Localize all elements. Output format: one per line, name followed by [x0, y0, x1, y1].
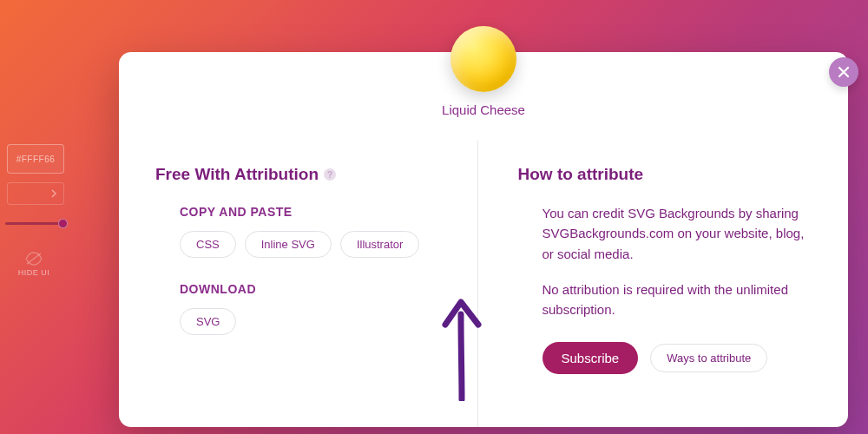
attribution-text-2: No attribution is required with the unli… [518, 279, 809, 320]
attribution-column: How to attribute You can credit SVG Back… [478, 141, 849, 427]
download-svg-button[interactable]: SVG [180, 308, 236, 335]
help-icon[interactable]: ? [324, 168, 336, 181]
close-icon [838, 66, 850, 78]
pattern-title: Liquid Cheese [119, 102, 848, 117]
ways-to-attribute-button[interactable]: Ways to attribute [650, 344, 767, 372]
copy-inline-svg-button[interactable]: Inline SVG [245, 231, 332, 258]
numeric-stepper[interactable] [7, 182, 64, 205]
slider[interactable] [5, 217, 66, 229]
pattern-thumbnail [450, 26, 516, 92]
app-background: #FFFF66 HIDE UI Liquid Cheese Free Wi [0, 0, 868, 434]
close-button[interactable] [829, 57, 858, 87]
how-to-attribute-heading: How to attribute [518, 165, 644, 184]
hide-ui-label: HIDE UI [18, 268, 50, 277]
copy-illustrator-button[interactable]: Illustrator [340, 231, 419, 258]
copy-paste-label: COPY AND PASTE [155, 205, 446, 219]
hide-ui-button[interactable]: HIDE UI [12, 252, 56, 277]
free-attribution-heading: Free With Attribution [155, 165, 319, 184]
color-value-chip[interactable]: #FFFF66 [7, 144, 64, 174]
export-options-column: Free With Attribution ? COPY AND PASTE C… [119, 141, 478, 427]
download-label: DOWNLOAD [155, 282, 446, 296]
attribution-text-1: You can credit SVG Backgrounds by sharin… [518, 203, 809, 264]
left-control-panel: #FFFF66 HIDE UI [0, 139, 73, 330]
export-modal: Liquid Cheese Free With Attribution ? CO… [119, 52, 848, 427]
copy-css-button[interactable]: CSS [180, 231, 236, 258]
subscribe-button[interactable]: Subscribe [542, 342, 639, 374]
